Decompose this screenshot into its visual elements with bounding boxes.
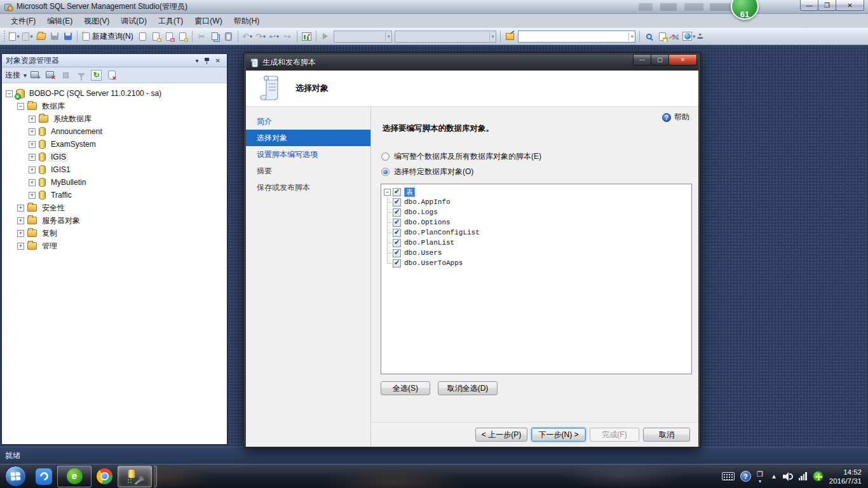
script-error-icon[interactable] (105, 69, 118, 82)
tree-node-security[interactable]: 安全性 (2, 201, 227, 214)
paste-button[interactable] (222, 30, 235, 43)
cut-button[interactable]: ✂ (195, 30, 208, 43)
web-browser-button[interactable]: ▾ (682, 30, 696, 43)
cancel-button[interactable]: 取消 (643, 428, 690, 442)
menu-edit[interactable]: 编辑(E) (41, 15, 78, 28)
dialog-close-button[interactable]: ✕ (668, 54, 697, 65)
minimize-button[interactable]: — (800, 0, 818, 11)
debug-start-button[interactable] (319, 30, 332, 43)
copy-button[interactable] (208, 30, 222, 43)
tree-node-table[interactable]: dbo.Options (384, 217, 691, 227)
radio-entire-database[interactable]: 编写整个数据库及所有数据库对象的脚本(E) (381, 151, 541, 162)
new-item-button[interactable]: ✦▾ (8, 30, 21, 43)
tree-node-igis[interactable]: IGIS (2, 151, 227, 163)
tree-node-table[interactable]: dbo.UserToApps (384, 258, 691, 268)
nav-introduction[interactable]: 简介 (246, 113, 370, 130)
nav-summary[interactable]: 摘要 (246, 163, 370, 179)
tree-node-system-databases[interactable]: 系统数据库 (2, 112, 227, 125)
panel-close-icon[interactable]: ✕ (213, 57, 223, 64)
taskbar-item-chrome[interactable] (97, 466, 112, 487)
redo-button[interactable]: ↷▾ (254, 30, 268, 43)
tree-node-table[interactable]: dbo.AppInfo (384, 197, 691, 207)
next-button[interactable]: 下一步(N) > (531, 428, 586, 442)
tree-node-announcement[interactable]: Announcement (2, 125, 227, 138)
panel-menu-icon[interactable]: ▾ (193, 57, 201, 64)
network-signal-icon[interactable] (799, 472, 807, 480)
table-checkbox[interactable] (393, 208, 401, 217)
taskbar-item-peek[interactable] (154, 466, 157, 487)
window-switch-icon[interactable] (757, 471, 765, 482)
save-button[interactable] (48, 30, 61, 43)
tree-node-replication[interactable]: 复制 (2, 227, 227, 240)
radio-specific-objects[interactable]: 选择特定数据库对象(O) (381, 166, 473, 177)
pin-icon[interactable] (205, 57, 210, 64)
back-button[interactable]: < 上一步(P) (475, 428, 527, 442)
connect-dropdown-arrow[interactable]: ▾ (24, 72, 27, 79)
table-checkbox[interactable] (393, 239, 401, 247)
undo-button[interactable]: ↶▾ (241, 30, 254, 43)
navigate-forward-button[interactable]: ↪ (281, 30, 294, 43)
mdx-query-button[interactable]: M (149, 30, 163, 43)
dialog-titlebar[interactable]: 生成和发布脚本 — ▢ ✕ (246, 55, 698, 71)
table-checkbox[interactable] (393, 259, 401, 268)
close-button[interactable]: ✕ (836, 0, 864, 11)
tree-node-databases[interactable]: 数据库 (2, 100, 227, 112)
nav-save-publish[interactable]: 保存或发布脚本 (246, 179, 370, 196)
connect-dropdown[interactable]: 连接 (5, 70, 20, 81)
tree-node-traffic[interactable]: Traffic (2, 189, 227, 201)
menu-debug[interactable]: 调试(D) (115, 15, 153, 28)
menu-help[interactable]: 帮助(H) (228, 15, 266, 28)
stop-button[interactable] (59, 69, 72, 82)
table-checkbox[interactable] (393, 249, 401, 257)
table-checkbox[interactable] (393, 198, 401, 207)
xmla-query-button[interactable]: X (176, 30, 189, 43)
tree-node-table[interactable]: dbo.PlanList (384, 238, 691, 248)
security-shield-icon[interactable] (813, 471, 824, 482)
tree-node-tables[interactable]: 表 (384, 187, 691, 197)
activity-monitor-button[interactable] (300, 30, 313, 43)
tree-node-table[interactable]: dbo.Logs (384, 207, 691, 217)
new-query-button[interactable]: ✦ 新建查询(N) (80, 30, 136, 43)
find-in-files-button[interactable] (642, 30, 656, 43)
help-tray-icon[interactable]: ? (740, 471, 751, 482)
table-checkbox[interactable] (393, 219, 401, 227)
tables-checkbox[interactable] (393, 188, 401, 196)
menu-file[interactable]: 文件(F) (5, 15, 41, 28)
nav-choose-objects[interactable]: 选择对象 (246, 130, 370, 146)
navigate-back-button[interactable]: ↩▾ (268, 30, 281, 43)
disconnect-server-button[interactable]: ✕ (44, 69, 57, 82)
add-item-button[interactable]: ▾ (21, 30, 34, 43)
finish-button[interactable]: 完成(F) (590, 428, 639, 442)
deselect-all-button[interactable]: 取消全选(D) (438, 381, 498, 395)
select-all-button[interactable]: 全选(S) (381, 381, 430, 395)
properties-window-button[interactable]: ▤ (656, 30, 669, 43)
menu-tools[interactable]: 工具(T) (153, 15, 189, 28)
open-file-button[interactable] (34, 30, 48, 43)
tree-node-igis1[interactable]: IGIS1 (2, 163, 227, 176)
taskbar-item-ssms[interactable] (118, 466, 152, 487)
tree-node-management[interactable]: 管理 (2, 240, 227, 252)
available-databases-combobox[interactable]: ▾ (518, 30, 635, 43)
debug-process-combobox[interactable]: ▾ (334, 30, 392, 43)
tree-node-table[interactable]: dbo.Users (384, 248, 691, 258)
restore-button[interactable]: ❐ (818, 0, 836, 11)
connect-server-button[interactable]: + (29, 69, 42, 82)
tree-node-examsystem[interactable]: ExamSystem (2, 138, 227, 151)
toolbar-overflow-button[interactable]: ▾▬ (698, 34, 703, 39)
tree-node-mybulletin[interactable]: MyBulletin (2, 176, 227, 189)
clock[interactable]: 14:52 2016/7/31 (829, 468, 862, 485)
external-tools-button[interactable] (669, 30, 682, 43)
toolbar-grip[interactable] (3, 30, 6, 42)
table-checkbox[interactable] (393, 229, 401, 237)
nav-scripting-options[interactable]: 设置脚本编写选项 (246, 146, 370, 163)
dmx-query-button[interactable]: D (163, 30, 176, 43)
database-engine-query-button[interactable] (136, 30, 149, 43)
object-explorer-titlebar[interactable]: 对象资源管理器 ▾ ✕ (2, 54, 227, 67)
available-databases-icon[interactable] (503, 30, 517, 43)
debug-target-combobox[interactable]: ▾ (395, 30, 496, 43)
dialog-minimize-button[interactable]: — (633, 54, 651, 65)
filter-icon[interactable] (74, 69, 88, 82)
save-all-button[interactable] (61, 30, 74, 43)
tree-node-server[interactable]: BOBO-PC (SQL Server 11.0.2100 - sa) (2, 87, 227, 100)
help-link[interactable]: ? 帮助 (662, 112, 689, 123)
